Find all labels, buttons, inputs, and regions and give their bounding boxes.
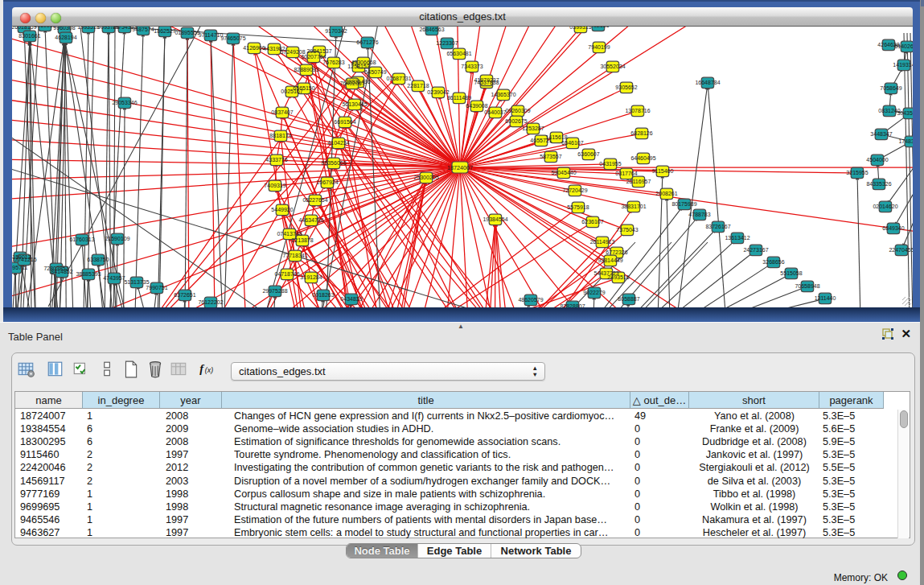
svg-text:60207764: 60207764 [301,54,326,60]
svg-text:f: f [199,362,204,375]
svg-text:17483380: 17483380 [898,138,913,144]
svg-text:1415618: 1415618 [545,134,567,140]
svg-text:6236107: 6236107 [581,219,603,225]
svg-text:13613412: 13613412 [725,235,749,241]
svg-text:6546107: 6546107 [561,140,583,146]
svg-text:16648784: 16648784 [695,80,720,85]
svg-text:1862527: 1862527 [154,28,175,34]
svg-text:6338750: 6338750 [87,257,109,262]
svg-text:1419314: 1419314 [893,62,913,68]
svg-text:77741215: 77741215 [12,257,37,262]
svg-text:59045440: 59045440 [551,170,576,175]
svg-text:0640037: 0640037 [484,109,506,115]
svg-text:4126906: 4126906 [243,45,265,51]
svg-text:25300205: 25300205 [413,175,438,180]
svg-text:0431955: 0431955 [599,161,621,167]
svg-text:9170342: 9170342 [325,28,347,34]
svg-text:65630481: 65630481 [446,51,471,56]
svg-text:76402067: 76402067 [339,80,364,86]
svg-text:7343373: 7343373 [461,64,483,69]
svg-text:9960308: 9960308 [53,27,75,31]
svg-text:70658948: 70658948 [795,283,819,289]
svg-text:61760313: 61760313 [69,237,94,242]
svg-text:29053346: 29053346 [112,100,137,105]
svg-text:0239042: 0239042 [427,89,449,95]
svg-text:7409319: 7409319 [264,183,285,188]
svg-text:4104234: 4104234 [327,140,349,146]
svg-text:7990751: 7990751 [146,285,167,290]
svg-text:30552034: 30552034 [600,64,625,69]
svg-text:8818174: 8818174 [269,133,291,138]
svg-text:93814449: 93814449 [598,257,622,263]
svg-text:44634786: 44634786 [298,217,323,223]
svg-text:5515058: 5515058 [780,270,802,276]
svg-text:26018159: 26018159 [12,27,37,30]
svg-text:4333776: 4333776 [265,157,287,163]
svg-text:86111489: 86111489 [447,95,471,101]
svg-text:6772326: 6772326 [606,249,627,255]
svg-text:2493516: 2493516 [607,274,629,280]
svg-text:1067924: 1067924 [316,179,338,185]
svg-text:14365370: 14365370 [491,92,515,97]
svg-text:84335326: 84335326 [866,181,891,187]
svg-text:13078716: 13078716 [625,108,650,113]
svg-text:6828126: 6828126 [630,130,652,136]
svg-text:26114913: 26114913 [590,239,615,245]
svg-text:1993518: 1993518 [77,27,99,30]
svg-text:5873557: 5873557 [540,154,561,159]
svg-text:85356068: 85356068 [321,160,346,166]
svg-text:29975288: 29975288 [262,288,287,294]
svg-text:29841537: 29841537 [306,48,331,54]
svg-text:0434839: 0434839 [340,296,362,302]
svg-text:9115460: 9115460 [652,168,674,174]
svg-text:4628194: 4628194 [55,35,76,40]
svg-text:2213878: 2213878 [291,237,313,243]
svg-text:48620579: 48620579 [518,297,543,303]
svg-text:1253287: 1253287 [522,126,544,131]
svg-text:6671276: 6671276 [356,39,378,45]
svg-text:6002675: 6002675 [505,118,527,124]
svg-text:19384554: 19384554 [483,216,507,222]
svg-text:26116957: 26116957 [626,179,651,184]
svg-text:72720429: 72720429 [562,187,587,193]
svg-text:82889093: 82889093 [294,67,318,72]
svg-text:38831701: 38831701 [621,204,646,209]
svg-text:6372651: 6372651 [174,292,195,298]
svg-text:0018263: 0018263 [312,292,334,298]
svg-text:0399315: 0399315 [569,27,591,30]
svg-text:49306668: 49306668 [351,60,376,65]
svg-text:18724007: 18724007 [447,164,473,171]
svg-text:09260309: 09260309 [505,108,530,113]
svg-text:51313735: 51313735 [124,279,149,285]
svg-text:07413748: 07413748 [277,231,302,237]
svg-text:6439008: 6439008 [466,103,487,109]
svg-text:21590109: 21590109 [105,236,129,241]
svg-text:8414852: 8414852 [51,269,72,274]
svg-text:3268656: 3268656 [762,259,784,265]
svg-text:30435205: 30435205 [897,110,913,116]
svg-text:02014620: 02014620 [873,204,897,209]
svg-text:2281718: 2281718 [407,83,429,89]
svg-text:41979237: 41979237 [474,77,499,83]
svg-text:24595711: 24595711 [12,265,27,270]
svg-text:77718341: 77718341 [282,253,307,258]
svg-text:6360607: 6360607 [577,151,599,157]
svg-text:4504000: 4504000 [866,157,888,163]
svg-text:22470455: 22470455 [889,247,913,253]
svg-text:1223307: 1223307 [436,40,458,46]
svg-text:5449920: 5449920 [271,207,293,212]
svg-text:97114710: 97114710 [199,32,224,38]
svg-text:(x): (x) [205,366,213,374]
svg-text:01687731: 01687731 [386,76,411,81]
svg-text:83726167: 83726167 [705,224,730,229]
svg-text:0317764: 0317764 [615,171,637,176]
svg-text:01895559: 01895559 [175,30,199,35]
svg-text:5575918: 5575918 [567,204,589,210]
svg-text:56130445: 56130445 [342,101,367,107]
svg-text:4743957: 4743957 [103,275,125,281]
svg-text:64460495: 64460495 [630,155,655,161]
svg-text:9305652: 9305652 [615,84,637,90]
svg-text:4788783: 4788783 [688,212,710,217]
svg-text:3448347: 3448347 [870,131,892,137]
svg-text:0837407: 0837407 [271,109,293,115]
